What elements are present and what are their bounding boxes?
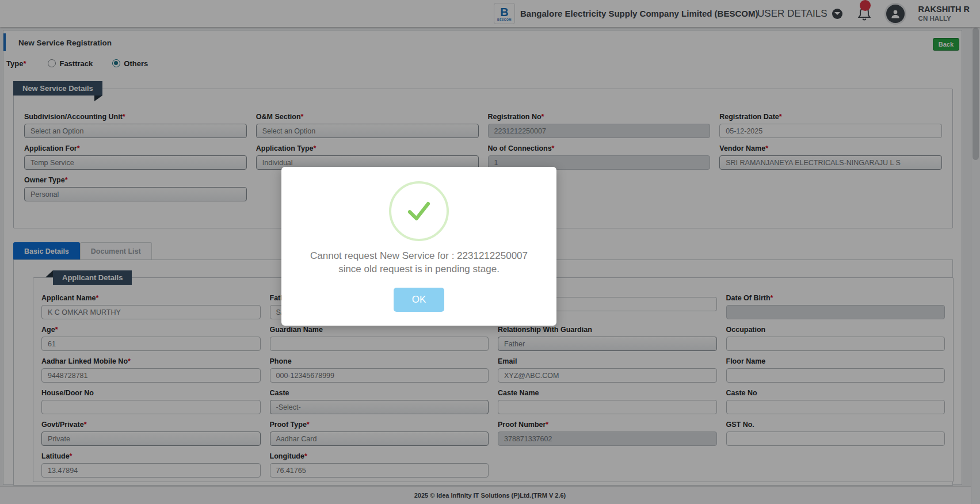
bescom-app: B BESCOM Bangalore Electricity Supply Co… bbox=[0, 0, 980, 504]
success-check-icon bbox=[389, 181, 449, 241]
ok-button[interactable]: OK bbox=[394, 288, 444, 312]
alert-message: Cannot request New Service for : 2231212… bbox=[298, 250, 540, 276]
alert-dialog: Cannot request New Service for : 2231212… bbox=[281, 167, 556, 326]
